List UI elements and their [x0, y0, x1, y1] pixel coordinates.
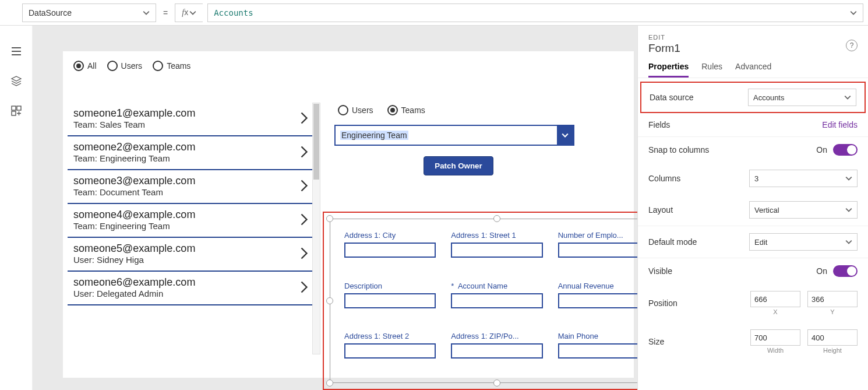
field-label: * Account Name [451, 282, 542, 290]
size-width-input[interactable]: 700 [750, 329, 800, 346]
resize-handle[interactable] [326, 297, 333, 304]
properties-panel: EDIT Form1 ? Properties Rules Advanced D… [637, 26, 868, 390]
form-field[interactable]: Annual Revenue [558, 282, 637, 326]
list-item[interactable]: someone4@example.com Team: Engineering T… [68, 204, 313, 238]
field-input[interactable] [451, 293, 542, 308]
form-field[interactable]: Number of Emplo... [558, 231, 637, 276]
resize-handle[interactable] [326, 215, 333, 222]
list-item[interactable]: someone6@example.com User: Delegated Adm… [68, 272, 313, 305]
field-input[interactable] [344, 343, 436, 359]
tab-advanced[interactable]: Advanced [735, 62, 771, 78]
property-select-value: DataSource [29, 8, 72, 17]
filter-radio-users[interactable]: Users [107, 61, 143, 71]
resize-handle[interactable] [493, 380, 500, 387]
field-input[interactable] [558, 293, 637, 308]
filter-radio-all[interactable]: All [73, 61, 97, 71]
size-row: Size 700 Width 400 Height [638, 322, 868, 361]
form-field[interactable]: Address 1: City [344, 231, 436, 276]
columns-value: 3 [754, 174, 758, 183]
chevron-down-icon [557, 126, 573, 145]
data-source-row: Data source Accounts [640, 82, 866, 113]
formula-bar: DataSource = fx Accounts [0, 0, 868, 26]
fx-button[interactable]: fx [175, 3, 203, 22]
list-item[interactable]: someone1@example.com Team: Sales Team [68, 103, 313, 136]
help-icon[interactable]: ? [846, 40, 858, 51]
list-item[interactable]: someone3@example.com Team: Document Team [68, 170, 313, 204]
form-grid: Address 1: City Address 1: Street 1 Numb… [336, 225, 637, 377]
layout-row: Layout Vertical [638, 194, 868, 226]
list-item[interactable]: someone5@example.com User: Sidney Higa [68, 238, 313, 272]
visible-label: Visible [648, 266, 672, 276]
chevron-right-icon [299, 179, 309, 195]
chevron-down-icon [845, 175, 852, 182]
team-combobox[interactable]: Engineering Team [334, 125, 574, 146]
resize-handle[interactable] [326, 380, 333, 387]
equals-label: = [161, 8, 170, 17]
columns-dropdown[interactable]: 3 [749, 170, 858, 187]
field-label: Address 1: City [344, 231, 436, 240]
list-item-sub: Team: Sales Team [73, 120, 308, 129]
position-x-input[interactable]: 666 [750, 291, 800, 307]
field-input[interactable] [451, 343, 542, 359]
fx-icon: fx [182, 8, 188, 17]
chevron-right-icon [299, 145, 309, 161]
scrollbar[interactable] [312, 103, 320, 354]
accounts-gallery[interactable]: someone1@example.com Team: Sales Team so… [68, 103, 320, 354]
form-field[interactable]: Main Phone [558, 332, 637, 377]
patch-owner-button[interactable]: Patch Owner [424, 156, 493, 175]
list-item-sub: User: Delegated Admin [73, 289, 308, 298]
chevron-down-icon [844, 94, 851, 101]
list-item-title: someone2@example.com [73, 141, 308, 153]
scrollbar-thumb[interactable] [313, 104, 319, 180]
page-title: Form1 [648, 42, 858, 55]
data-source-dropdown[interactable]: Accounts [748, 89, 856, 106]
filter-radio-label: Teams [167, 61, 190, 71]
form-field[interactable]: * Account Name [451, 282, 542, 326]
snap-toggle[interactable] [833, 144, 858, 156]
layers-icon[interactable] [10, 75, 22, 89]
form-field[interactable]: Address 1: Street 2 [344, 332, 436, 377]
field-label: Address 1: ZIP/Po... [451, 332, 542, 340]
left-rail [0, 26, 33, 390]
default-mode-label: Default mode [648, 237, 697, 247]
field-label: Number of Emplo... [558, 231, 637, 240]
columns-row: Columns 3 [638, 163, 868, 194]
chevron-down-icon [189, 9, 196, 16]
filter-radio-teams[interactable]: Teams [153, 61, 190, 71]
visible-toggle[interactable] [833, 265, 858, 277]
data-source-label: Data source [650, 93, 693, 102]
radio-icon [338, 105, 348, 115]
owner-panel: Users Teams Engineering Team Patch Owner [334, 105, 583, 184]
list-item[interactable]: someone2@example.com Team: Engineering T… [68, 136, 313, 170]
list-item-title: someone6@example.com [73, 276, 308, 289]
resize-handle[interactable] [493, 215, 500, 222]
position-x-sublabel: X [773, 308, 777, 315]
owner-radio-users[interactable]: Users [338, 105, 373, 115]
edit-fields-link[interactable]: Edit fields [822, 120, 858, 129]
size-width-sublabel: Width [767, 347, 784, 354]
position-y-input[interactable]: 366 [807, 291, 858, 307]
form-field[interactable]: Address 1: Street 1 [451, 231, 542, 276]
owner-radio-teams[interactable]: Teams [387, 105, 425, 115]
formula-input[interactable]: Accounts [207, 3, 863, 22]
property-select[interactable]: DataSource [22, 3, 156, 22]
chevron-right-icon [299, 111, 309, 127]
field-input[interactable] [451, 243, 542, 258]
field-input[interactable] [344, 293, 436, 308]
hamburger-icon[interactable] [10, 45, 22, 59]
list-item-sub: Team: Document Team [73, 187, 308, 197]
size-height-input[interactable]: 400 [807, 329, 858, 346]
field-input[interactable] [558, 343, 637, 359]
form1-selection[interactable]: Address 1: City Address 1: Street 1 Numb… [323, 212, 637, 390]
tab-rules[interactable]: Rules [701, 62, 722, 78]
layout-dropdown[interactable]: Vertical [749, 201, 858, 219]
fields-row: Fields Edit fields [638, 113, 868, 137]
field-input[interactable] [558, 243, 637, 258]
insert-icon[interactable] [10, 105, 22, 118]
list-item-title: someone4@example.com [73, 209, 308, 221]
form-field[interactable]: Description [344, 282, 436, 326]
default-mode-dropdown[interactable]: Edit [749, 233, 858, 251]
tab-properties[interactable]: Properties [648, 62, 689, 78]
form-field[interactable]: Address 1: ZIP/Po... [451, 332, 542, 377]
field-input[interactable] [344, 243, 436, 258]
